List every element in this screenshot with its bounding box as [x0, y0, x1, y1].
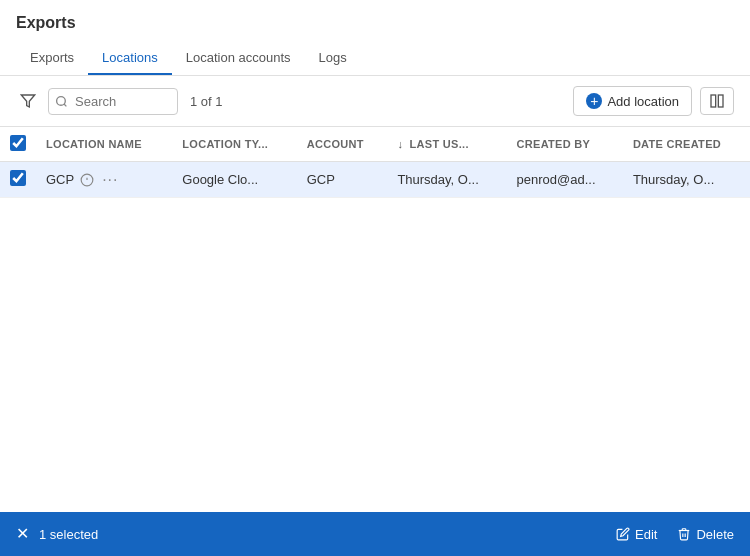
svg-line-2: [64, 104, 66, 106]
edit-button[interactable]: Edit: [616, 527, 657, 542]
row-last-used: Thursday, O...: [387, 162, 506, 198]
locations-table: LOCATION NAME LOCATION TY... ACCOUNT ↓ L…: [0, 127, 750, 198]
delete-button[interactable]: Delete: [677, 527, 734, 542]
row-checkbox-cell: [0, 162, 36, 198]
svg-rect-3: [711, 95, 716, 107]
page-header: Exports Exports Locations Location accou…: [0, 0, 750, 76]
toolbar: 1 of 1 + Add location: [0, 76, 750, 127]
columns-button[interactable]: [700, 87, 734, 115]
select-all-checkbox[interactable]: [10, 135, 26, 151]
table-container: LOCATION NAME LOCATION TY... ACCOUNT ↓ L…: [0, 127, 750, 512]
selected-count: 1 selected: [39, 527, 98, 542]
record-count: 1 of 1: [190, 94, 223, 109]
edit-icon: [616, 527, 630, 541]
columns-icon: [709, 93, 725, 109]
header-account: ACCOUNT: [297, 127, 388, 162]
bottom-actions: Edit Delete: [616, 527, 734, 542]
row-created-by: penrod@ad...: [507, 162, 623, 198]
row-account: GCP: [297, 162, 388, 198]
close-selection-button[interactable]: ✕: [16, 526, 29, 542]
header-date-created: DATE CREATED: [623, 127, 750, 162]
svg-marker-0: [21, 95, 34, 107]
plus-icon: +: [586, 93, 602, 109]
info-button[interactable]: [80, 173, 94, 187]
tab-location-accounts[interactable]: Location accounts: [172, 42, 305, 75]
add-location-button[interactable]: + Add location: [573, 86, 692, 116]
table-header-row: LOCATION NAME LOCATION TY... ACCOUNT ↓ L…: [0, 127, 750, 162]
tab-logs[interactable]: Logs: [305, 42, 361, 75]
row-location-name: GCP ···: [36, 162, 172, 198]
bottom-bar: ✕ 1 selected Edit Delete: [0, 512, 750, 556]
sort-arrow-icon: ↓: [397, 138, 403, 150]
header-last-used[interactable]: ↓ LAST US...: [387, 127, 506, 162]
header-location-type: LOCATION TY...: [172, 127, 296, 162]
row-location-type: Google Clo...: [172, 162, 296, 198]
search-icon: [55, 95, 68, 108]
page-title: Exports: [16, 14, 734, 32]
header-created-by: CREATED BY: [507, 127, 623, 162]
filter-button[interactable]: [16, 89, 40, 113]
search-wrapper: [48, 88, 178, 115]
delete-icon: [677, 527, 691, 541]
svg-point-1: [57, 96, 66, 105]
row-date-created: Thursday, O...: [623, 162, 750, 198]
tab-exports[interactable]: Exports: [16, 42, 88, 75]
header-location-name: LOCATION NAME: [36, 127, 172, 162]
tab-bar: Exports Locations Location accounts Logs: [16, 42, 734, 75]
svg-rect-4: [718, 95, 723, 107]
tab-locations[interactable]: Locations: [88, 42, 172, 75]
row-checkbox[interactable]: [10, 170, 26, 186]
header-checkbox-col: [0, 127, 36, 162]
row-actions-button[interactable]: ···: [100, 171, 120, 189]
table-row: GCP ··· Google Clo... GCP Thursday, O...…: [0, 162, 750, 198]
